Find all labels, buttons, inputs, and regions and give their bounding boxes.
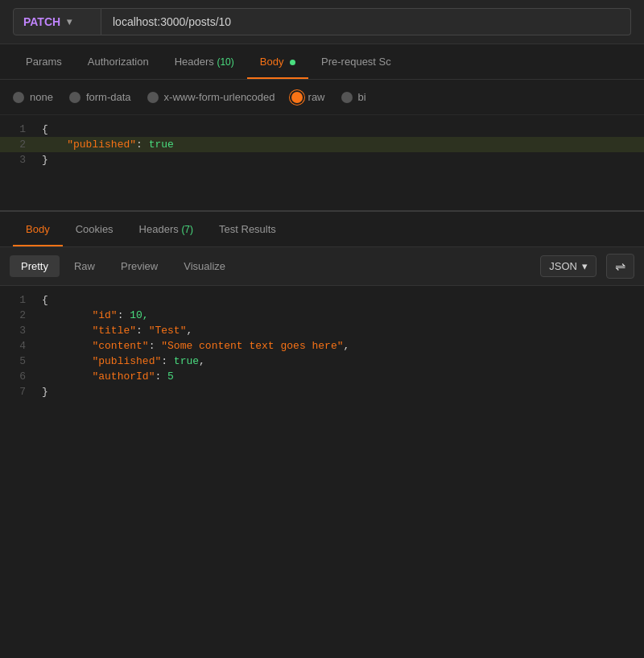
- format-pretty[interactable]: Pretty: [10, 255, 60, 277]
- radio-circle-none: [13, 92, 24, 103]
- radio-circle-form-data: [69, 92, 80, 103]
- format-bar: Pretty Raw Preview Visualize JSON ▾ ⇌: [0, 247, 644, 286]
- resp-open-brace: {: [42, 294, 48, 306]
- url-input[interactable]: [101, 8, 631, 35]
- response-headers-badge: (7): [181, 224, 193, 235]
- radio-binary[interactable]: bi: [341, 91, 366, 103]
- request-line-1: 1 {: [0, 122, 644, 137]
- key-author-id: "authorId": [92, 370, 155, 383]
- response-line-5: 5 "published": true,: [0, 354, 644, 369]
- response-tabs: Body Cookies Headers (7) Test Results: [0, 212, 644, 247]
- request-body-editor[interactable]: 1 { 2 "published": true 3 }: [0, 115, 644, 212]
- key-title: "title": [92, 325, 136, 337]
- response-tab-headers[interactable]: Headers (7): [126, 212, 206, 246]
- response-line-3: 3 "title": "Test",: [0, 323, 644, 338]
- radio-urlencoded[interactable]: x-www-form-urlencoded: [147, 91, 275, 103]
- radio-none[interactable]: none: [13, 91, 53, 103]
- body-dot: [290, 60, 295, 65]
- value-published-resp: true: [174, 355, 199, 367]
- method-select[interactable]: PATCH ▾: [13, 8, 101, 35]
- open-brace: {: [42, 123, 48, 135]
- close-brace-req: }: [42, 154, 48, 166]
- response-line-4: 4 "content": "Some content text goes her…: [0, 338, 644, 354]
- language-select[interactable]: JSON ▾: [540, 255, 597, 277]
- key-published-req: "published": [67, 139, 136, 151]
- response-tab-body[interactable]: Body: [13, 212, 63, 246]
- key-content: "content": [92, 340, 148, 352]
- headers-badge: (10): [217, 56, 233, 68]
- method-label: PATCH: [23, 15, 60, 28]
- response-line-6: 6 "authorId": 5: [0, 369, 644, 384]
- tab-params[interactable]: Params: [13, 44, 75, 79]
- response-body-code: 1 { 2 "id": 10, 3 "title": "Test", 4 "co…: [0, 286, 644, 463]
- response-tab-test-results[interactable]: Test Results: [206, 212, 289, 246]
- format-preview[interactable]: Preview: [109, 255, 169, 277]
- format-visualize[interactable]: Visualize: [172, 255, 237, 277]
- key-published-resp: "published": [92, 355, 161, 367]
- tab-prerequest[interactable]: Pre-request Sc: [308, 44, 404, 79]
- radio-raw[interactable]: raw: [291, 91, 325, 103]
- body-type-row: none form-data x-www-form-urlencoded raw…: [0, 80, 644, 115]
- request-line-2: 2 "published": true: [0, 137, 644, 152]
- request-tabs: Params Authorization Headers (10) Body P…: [0, 44, 644, 80]
- value-author-id: 5: [167, 370, 174, 383]
- key-id: "id": [92, 309, 117, 321]
- value-published-req: true: [149, 139, 174, 151]
- format-raw[interactable]: Raw: [63, 255, 106, 277]
- response-tab-cookies[interactable]: Cookies: [63, 212, 126, 246]
- wrap-button[interactable]: ⇌: [606, 254, 634, 279]
- response-line-1: 1 {: [0, 292, 644, 308]
- response-line-7: 7 }: [0, 384, 644, 399]
- value-title: "Test": [149, 325, 187, 337]
- url-bar: PATCH ▾: [0, 0, 644, 44]
- radio-form-data[interactable]: form-data: [69, 91, 131, 103]
- radio-circle-binary: [341, 92, 353, 103]
- tab-body[interactable]: Body: [247, 44, 308, 79]
- response-line-2: 2 "id": 10,: [0, 308, 644, 323]
- tab-headers[interactable]: Headers (10): [162, 44, 247, 79]
- resp-close-brace: }: [42, 386, 48, 398]
- method-chevron: ▾: [67, 16, 72, 27]
- radio-circle-urlencoded: [147, 92, 159, 103]
- response-section: Body Cookies Headers (7) Test Results Pr…: [0, 212, 644, 463]
- value-id: 10,: [130, 309, 148, 321]
- request-line-3: 3 }: [0, 152, 644, 168]
- radio-circle-raw: [291, 92, 303, 103]
- tab-authorization[interactable]: Authorization: [75, 44, 162, 79]
- value-content: "Some content text goes here": [161, 340, 343, 352]
